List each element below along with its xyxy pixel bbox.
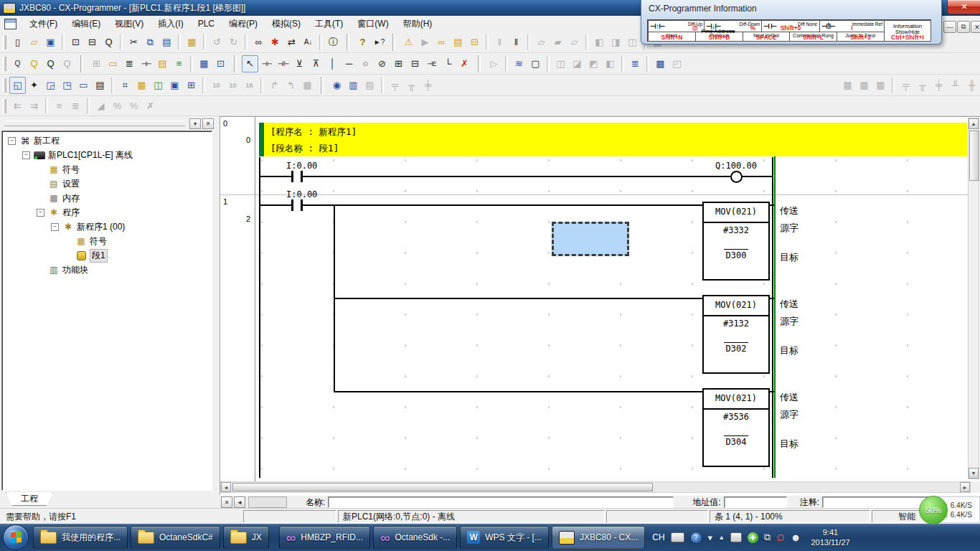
volume-muted-icon[interactable]: ∅ bbox=[776, 532, 784, 543]
scroll-right-button[interactable]: ► bbox=[960, 482, 970, 492]
tree-item-memory[interactable]: ▦ 内存 bbox=[2, 191, 212, 205]
destination-operand[interactable]: D300 bbox=[704, 250, 768, 260]
menu-view[interactable]: 视图(V) bbox=[108, 16, 151, 32]
hex-display-icon[interactable]: 16 bbox=[241, 77, 258, 94]
memory-window-icon[interactable]: ⊞ bbox=[183, 77, 199, 94]
undo-icon[interactable]: ↺ bbox=[209, 34, 225, 51]
scrollbar-thumb[interactable] bbox=[232, 483, 653, 491]
field-close-button[interactable]: ✕ bbox=[221, 496, 232, 508]
align-list-icon[interactable]: ≡ bbox=[51, 98, 67, 115]
contact-nc-icon[interactable]: ⊣/⊢ bbox=[275, 55, 291, 72]
fb-parameter-icon[interactable]: ⊟ bbox=[407, 55, 423, 72]
contact[interactable] bbox=[291, 171, 293, 182]
compare-icon[interactable]: ◫ bbox=[624, 34, 641, 51]
open-file-icon[interactable]: ▱ bbox=[26, 34, 42, 51]
contact-operand[interactable]: I:0.00 bbox=[286, 161, 317, 171]
window-layout-icon[interactable]: ◰ bbox=[669, 55, 685, 72]
or-contact-no-icon[interactable]: ⊻ bbox=[291, 55, 308, 72]
qq-icon[interactable]: ☻ bbox=[791, 532, 801, 543]
selected-cell[interactable] bbox=[552, 222, 629, 256]
taskbar-button-vs1[interactable]: ∞ HMBZP_RFID... bbox=[279, 526, 370, 549]
vertical-scrollbar[interactable]: ▲ ▼ bbox=[968, 118, 979, 479]
zoom-in-icon[interactable]: Q bbox=[42, 55, 59, 72]
paste-rung-icon[interactable]: ▦ bbox=[184, 34, 200, 51]
destination-operand[interactable]: D302 bbox=[704, 344, 768, 354]
force-off-icon[interactable]: ↰ bbox=[283, 77, 299, 94]
find-icon[interactable]: ∞ bbox=[250, 34, 267, 51]
diff-up-tool-icon[interactable]: ╤ bbox=[897, 77, 914, 94]
tree-item-funcblocks[interactable]: ▥ 功能块 bbox=[2, 263, 212, 277]
zoom-out-icon[interactable]: Q bbox=[59, 55, 75, 72]
differential-monitor-icon[interactable]: ╤ bbox=[387, 77, 403, 94]
menu-plc[interactable]: PLC bbox=[191, 17, 222, 31]
edit-cancel-icon[interactable]: ◪ bbox=[569, 55, 585, 72]
tree-label-funcblocks[interactable]: 功能块 bbox=[62, 264, 88, 276]
rung-comment-icon[interactable]: ▭ bbox=[105, 55, 121, 72]
keyboard-icon[interactable] bbox=[671, 532, 684, 542]
scroll-down-button[interactable]: ▼ bbox=[969, 468, 979, 479]
ime-help-icon[interactable]: ? bbox=[690, 532, 702, 544]
monitor-screen2-icon[interactable]: ▦ bbox=[856, 77, 872, 94]
indent-icon[interactable]: ⇉ bbox=[26, 98, 42, 115]
vertical-line-icon[interactable]: │ bbox=[324, 55, 341, 72]
monitor-screen3-icon[interactable]: ▦ bbox=[872, 77, 889, 94]
contact-no-icon[interactable]: ⊣⊢ bbox=[258, 55, 275, 72]
tree-label-memory[interactable]: 内存 bbox=[62, 192, 80, 204]
address-stack-icon[interactable]: ≋ bbox=[511, 55, 527, 72]
watch-window-icon[interactable]: ◲ bbox=[42, 77, 59, 94]
workspace-window-icon[interactable]: ◱ bbox=[9, 77, 26, 94]
contact[interactable] bbox=[301, 171, 303, 182]
close-button[interactable]: ✕ bbox=[947, 0, 980, 14]
info-icon[interactable]: ⓘ bbox=[325, 34, 341, 51]
edit-set-icon[interactable]: ◩ bbox=[585, 55, 602, 72]
tree-item-symbols2[interactable]: ▦ 符号 bbox=[2, 234, 212, 248]
check-program-icon[interactable]: ▤ bbox=[450, 34, 466, 51]
tree-item-section1[interactable]: 段1 bbox=[2, 248, 212, 263]
taskbar-button-folder3[interactable]: JX bbox=[223, 526, 269, 549]
collapse-icon[interactable]: − bbox=[8, 137, 16, 145]
cut-icon[interactable]: ✂ bbox=[126, 34, 142, 51]
tree-item-program1[interactable]: − ✱ 新程序1 (00) bbox=[2, 220, 212, 234]
taskbar-button-folder2[interactable]: OctaneSdkC# bbox=[131, 526, 220, 549]
settings-window-icon[interactable]: ▣ bbox=[166, 77, 183, 94]
plc-monitor-icon[interactable]: ▥ bbox=[345, 77, 362, 94]
mark-cancel-icon[interactable]: ✗ bbox=[142, 98, 159, 115]
print-preview-icon[interactable]: Q bbox=[100, 34, 117, 51]
name-field[interactable] bbox=[328, 496, 674, 508]
contact[interactable] bbox=[291, 199, 293, 211]
tree-label-program1[interactable]: 新程序1 (00) bbox=[77, 221, 125, 233]
tree-label-symbols2[interactable]: 符号 bbox=[90, 235, 107, 248]
mark-percent2-icon[interactable]: % bbox=[126, 98, 142, 115]
menu-insert[interactable]: 插入(I) bbox=[151, 16, 190, 32]
receive-icon[interactable]: ◨ bbox=[608, 34, 624, 51]
replace-icon[interactable]: ⇄ bbox=[283, 34, 300, 51]
save-icon[interactable]: ▣ bbox=[42, 34, 59, 51]
diff-clear-tool-icon[interactable]: ╫ bbox=[963, 77, 980, 94]
collapse-icon[interactable]: − bbox=[22, 151, 30, 159]
online-pause-icon[interactable]: ‖ bbox=[491, 34, 508, 51]
menu-help[interactable]: 帮助(H) bbox=[396, 16, 440, 32]
language-indicator[interactable]: CH bbox=[652, 532, 664, 542]
plc-program-icon[interactable]: ▤ bbox=[362, 77, 378, 94]
tree-label-section1[interactable]: 段1 bbox=[90, 249, 108, 263]
io-comment-icon[interactable]: ▩ bbox=[652, 55, 669, 72]
force-cancel-icon[interactable]: ▩ bbox=[299, 77, 316, 94]
diff-down-tool-icon[interactable]: ╥ bbox=[914, 77, 930, 94]
transfer-warning-icon[interactable]: ⊟ bbox=[466, 34, 483, 51]
taskbar-button-vs2[interactable]: ∞ OctaneSdk -... bbox=[373, 526, 457, 549]
contact-operand[interactable]: I:0.00 bbox=[286, 189, 317, 199]
send-icon[interactable]: ◧ bbox=[591, 34, 608, 51]
local-symbols-icon[interactable]: ⌗ bbox=[117, 77, 133, 94]
mnemonic-view-icon[interactable]: ≡ bbox=[171, 55, 187, 72]
menu-window[interactable]: 窗口(W) bbox=[350, 16, 395, 32]
pause-icon[interactable]: ‖ bbox=[508, 34, 524, 51]
or-contact-nc-icon[interactable]: ⊼ bbox=[308, 55, 324, 72]
decimal-display-icon[interactable]: 10 bbox=[208, 77, 225, 94]
destination-operand[interactable]: D304 bbox=[704, 437, 768, 447]
tree-label-project[interactable]: 新工程 bbox=[34, 135, 60, 147]
diff-none-tool-icon[interactable]: ╪ bbox=[930, 77, 947, 94]
edit-force-icon[interactable]: ◫ bbox=[552, 55, 569, 72]
instruction-icon[interactable]: ⊣E bbox=[423, 55, 440, 72]
source-operand[interactable]: #3332 bbox=[704, 225, 768, 235]
copy-icon[interactable]: ⧉ bbox=[142, 34, 159, 51]
